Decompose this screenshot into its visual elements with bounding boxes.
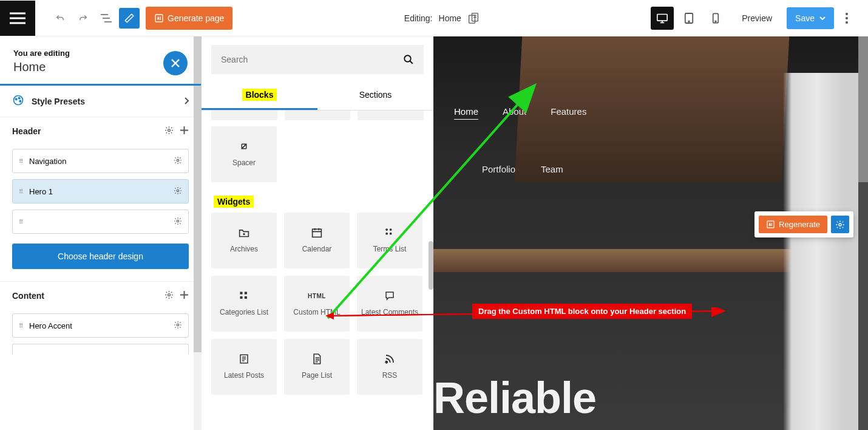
page-icon <box>312 353 322 365</box>
generate-page-button[interactable]: Generate page <box>146 7 232 30</box>
tile-partial[interactable] <box>358 111 424 120</box>
style-presets-row[interactable]: Style Presets <box>0 86 201 117</box>
drag-handle-icon[interactable]: ⠿ <box>19 188 23 195</box>
device-tablet-button[interactable] <box>677 7 700 30</box>
svg-point-13 <box>18 97 20 99</box>
editing-label: Editing: <box>404 13 433 23</box>
device-mobile-button[interactable] <box>704 7 727 30</box>
tablet-icon <box>684 12 694 24</box>
menu-button[interactable] <box>0 1 35 36</box>
gear-icon <box>164 126 174 135</box>
svg-point-24 <box>385 228 388 231</box>
svg-point-5 <box>688 21 690 22</box>
editing-page: Home <box>13 60 188 74</box>
ai-icon <box>766 220 775 229</box>
content-add-button[interactable] <box>180 290 189 301</box>
search-input[interactable] <box>221 55 403 64</box>
tile-calendar[interactable]: Calendar <box>284 213 350 268</box>
left-sidebar: You are editing Home Style Presets Heade… <box>0 36 202 430</box>
block-item-hero1[interactable]: ⠿ Hero 1 <box>12 179 189 203</box>
nav-link-team[interactable]: Team <box>541 164 563 174</box>
tile-archives[interactable]: Archives <box>211 213 277 268</box>
svg-rect-3 <box>657 14 667 21</box>
preview-canvas: Home About Features Portfolio Team Relia… <box>433 36 868 430</box>
drag-handle-icon[interactable]: ⠿ <box>19 322 23 329</box>
blocks-panel: Blocks Sections Spacer Widgets ArchivesC… <box>202 36 433 430</box>
tile-categories-list[interactable]: Categories List <box>211 276 277 332</box>
outline-icon <box>101 14 112 22</box>
plus-icon <box>180 290 189 299</box>
grid-icon <box>384 227 395 239</box>
save-button[interactable]: Save <box>787 7 834 29</box>
block-item-hero-accent[interactable]: ⠿ Hero Accent <box>12 313 189 338</box>
block-item-empty[interactable]: ⠿ <box>12 210 189 234</box>
device-desktop-button[interactable] <box>651 7 674 30</box>
preview-scroll-thumb[interactable] <box>858 36 868 182</box>
tab-blocks[interactable]: Blocks <box>202 81 317 110</box>
svg-point-14 <box>19 100 21 102</box>
tile-partial[interactable] <box>285 111 351 120</box>
header-section-title: Header <box>0 117 201 145</box>
redo-button[interactable] <box>73 8 93 29</box>
tile-spacer[interactable]: Spacer <box>211 126 277 182</box>
nav-link-features[interactable]: Features <box>551 106 586 120</box>
search-box[interactable] <box>211 45 424 74</box>
drag-handle-icon[interactable]: ⠿ <box>19 219 23 225</box>
svg-point-19 <box>168 294 171 296</box>
svg-point-25 <box>390 228 392 231</box>
pages-icon[interactable] <box>467 13 480 24</box>
tile-label: Page List <box>302 371 332 381</box>
outline-button[interactable] <box>96 8 117 29</box>
topbar-center: Editing: Home <box>232 13 651 24</box>
annotation-callout: Drag the Custom HTML block onto your Hea… <box>472 304 692 319</box>
gear-icon <box>174 186 182 195</box>
more-button[interactable] <box>838 7 856 30</box>
undo-button[interactable] <box>50 8 70 29</box>
svg-point-27 <box>390 233 392 235</box>
preview-nav-secondary: Portfolio Team <box>482 164 563 174</box>
tile-custom-html[interactable]: HTMLCustom HTML <box>284 276 350 332</box>
preview-button[interactable]: Preview <box>731 7 783 29</box>
edit-mode-button[interactable] <box>119 8 140 29</box>
regenerate-button[interactable]: Regenerate <box>759 216 827 233</box>
search-icon[interactable] <box>403 54 414 65</box>
nav-link-portfolio[interactable]: Portfolio <box>482 164 515 174</box>
drag-handle-icon[interactable]: ⠿ <box>19 158 23 165</box>
redo-icon <box>78 13 89 24</box>
block-settings-button[interactable] <box>174 321 182 331</box>
close-button[interactable] <box>163 51 188 75</box>
tile-terms-list[interactable]: Terms List <box>357 213 422 268</box>
block-settings-button[interactable] <box>174 186 182 197</box>
editing-heading: You are editing <box>13 49 188 58</box>
tile-latest-comments[interactable]: Latest Comments <box>357 276 422 332</box>
content-settings-button[interactable] <box>164 290 174 301</box>
block-settings-button[interactable] <box>174 217 182 227</box>
comment-icon <box>384 290 395 302</box>
regenerate-settings-button[interactable] <box>831 216 849 233</box>
nav-link-home[interactable]: Home <box>454 106 478 120</box>
tile-partial[interactable] <box>211 111 277 120</box>
header-settings-button[interactable] <box>164 126 174 137</box>
svg-point-22 <box>243 234 245 235</box>
grid2-icon <box>239 290 249 302</box>
spacer-icon <box>239 140 249 152</box>
block-item-navigation[interactable]: ⠿ Navigation <box>12 149 189 173</box>
svg-point-20 <box>177 324 179 326</box>
tab-sections[interactable]: Sections <box>317 81 433 110</box>
editing-page-name[interactable]: Home <box>439 13 461 23</box>
tile-latest-posts[interactable]: Latest Posts <box>211 339 277 395</box>
palette-icon <box>12 94 24 108</box>
generate-page-label: Generate page <box>168 13 224 23</box>
gear-icon <box>174 321 182 329</box>
nav-link-about[interactable]: About <box>503 106 526 120</box>
svg-point-11 <box>14 96 23 105</box>
tile-page-list[interactable]: Page List <box>284 339 350 395</box>
tile-label: Calendar <box>302 245 332 254</box>
choose-header-design-button[interactable]: Choose header design <box>12 244 189 269</box>
tile-label: Spacer <box>232 159 256 168</box>
block-item-partial[interactable] <box>12 344 189 355</box>
block-settings-button[interactable] <box>174 156 182 166</box>
header-add-button[interactable] <box>180 126 189 137</box>
tile-rss[interactable]: RSS <box>357 339 422 395</box>
panel-scroll-thumb[interactable] <box>429 241 433 290</box>
